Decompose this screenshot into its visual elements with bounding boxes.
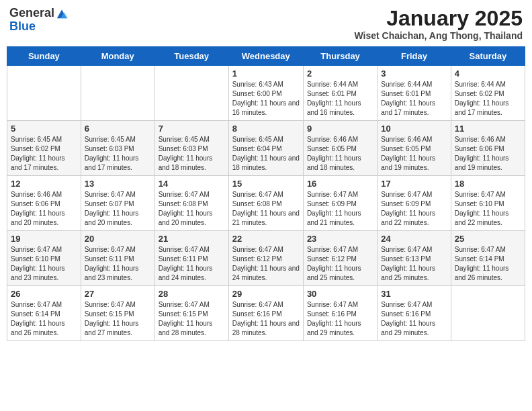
cell-details: Sunrise: 6:47 AMSunset: 6:10 PMDaylight:… [11,245,77,283]
day-number: 11 [455,124,521,134]
cell-details: Sunrise: 6:45 AMSunset: 6:03 PMDaylight:… [159,135,225,173]
calendar-cell: 3Sunrise: 6:44 AMSunset: 6:01 PMDaylight… [378,66,451,121]
cell-details: Sunrise: 6:47 AMSunset: 6:07 PMDaylight:… [85,190,151,228]
day-number: 1 [232,68,300,79]
page-header: General Blue January 2025 Wiset Chaichan… [7,7,525,41]
calendar-cell: 22Sunrise: 6:47 AMSunset: 6:12 PMDayligh… [228,231,303,286]
calendar-cell: 31Sunrise: 6:47 AMSunset: 6:16 PMDayligh… [378,286,451,341]
day-number: 6 [85,124,151,134]
day-number: 14 [159,179,225,189]
day-number: 4 [455,68,521,79]
calendar-cell: 21Sunrise: 6:47 AMSunset: 6:11 PMDayligh… [154,231,228,286]
calendar-cell: 10Sunrise: 6:46 AMSunset: 6:05 PMDayligh… [378,121,451,176]
day-number: 12 [11,179,77,189]
cell-details: Sunrise: 6:47 AMSunset: 6:14 PMDaylight:… [11,300,77,338]
cell-details: Sunrise: 6:47 AMSunset: 6:11 PMDaylight:… [85,245,151,283]
day-header: Friday [378,47,451,66]
calendar-cell: 30Sunrise: 6:47 AMSunset: 6:16 PMDayligh… [303,286,377,341]
day-number: 23 [307,234,373,244]
cell-details: Sunrise: 6:47 AMSunset: 6:13 PMDaylight:… [381,245,447,283]
day-header: Saturday [451,47,525,66]
calendar-cell: 13Sunrise: 6:47 AMSunset: 6:07 PMDayligh… [81,176,154,231]
calendar-cell [154,66,228,121]
calendar-cell: 18Sunrise: 6:47 AMSunset: 6:10 PMDayligh… [451,176,525,231]
cell-details: Sunrise: 6:44 AMSunset: 6:02 PMDaylight:… [455,80,521,118]
cell-details: Sunrise: 6:47 AMSunset: 6:15 PMDaylight:… [159,300,225,338]
calendar-week-row: 12Sunrise: 6:46 AMSunset: 6:06 PMDayligh… [7,176,525,231]
day-number: 5 [11,124,77,134]
calendar-cell: 16Sunrise: 6:47 AMSunset: 6:09 PMDayligh… [303,176,377,231]
day-number: 21 [159,234,225,244]
day-number: 16 [307,179,373,189]
logo-blue: Blue [9,19,36,33]
day-number: 8 [232,124,300,134]
cell-details: Sunrise: 6:47 AMSunset: 6:12 PMDaylight:… [307,245,373,283]
day-header: Wednesday [228,47,303,66]
day-header: Sunday [7,47,81,66]
day-number: 20 [85,234,151,244]
cell-details: Sunrise: 6:43 AMSunset: 6:00 PMDaylight:… [232,80,300,118]
day-number: 17 [381,179,447,189]
day-number: 28 [159,289,225,299]
day-number: 29 [232,289,300,299]
calendar-week-row: 26Sunrise: 6:47 AMSunset: 6:14 PMDayligh… [7,286,525,341]
cell-details: Sunrise: 6:47 AMSunset: 6:10 PMDaylight:… [455,190,521,228]
logo: General Blue [9,7,68,34]
day-number: 7 [159,124,225,134]
day-number: 15 [232,179,300,189]
calendar-cell: 4Sunrise: 6:44 AMSunset: 6:02 PMDaylight… [451,66,525,121]
calendar-cell: 8Sunrise: 6:45 AMSunset: 6:04 PMDaylight… [228,121,303,176]
cell-details: Sunrise: 6:47 AMSunset: 6:15 PMDaylight:… [85,300,151,338]
cell-details: Sunrise: 6:44 AMSunset: 6:01 PMDaylight:… [307,80,373,118]
calendar-cell: 20Sunrise: 6:47 AMSunset: 6:11 PMDayligh… [81,231,154,286]
calendar-cell [81,66,154,121]
day-number: 2 [307,68,373,79]
calendar-cell: 25Sunrise: 6:47 AMSunset: 6:14 PMDayligh… [451,231,525,286]
day-number: 3 [381,68,447,79]
calendar-cell: 15Sunrise: 6:47 AMSunset: 6:08 PMDayligh… [228,176,303,231]
cell-details: Sunrise: 6:47 AMSunset: 6:14 PMDaylight:… [455,245,521,283]
calendar-cell: 28Sunrise: 6:47 AMSunset: 6:15 PMDayligh… [154,286,228,341]
cell-details: Sunrise: 6:47 AMSunset: 6:09 PMDaylight:… [307,190,373,228]
day-number: 26 [11,289,77,299]
logo-general: General [9,7,54,20]
cell-details: Sunrise: 6:47 AMSunset: 6:08 PMDaylight:… [159,190,225,228]
calendar-cell: 14Sunrise: 6:47 AMSunset: 6:08 PMDayligh… [154,176,228,231]
cell-details: Sunrise: 6:45 AMSunset: 6:04 PMDaylight:… [232,135,300,173]
cell-details: Sunrise: 6:47 AMSunset: 6:11 PMDaylight:… [159,245,225,283]
logo-icon [56,7,68,19]
day-number: 27 [85,289,151,299]
calendar-cell: 11Sunrise: 6:46 AMSunset: 6:06 PMDayligh… [451,121,525,176]
calendar-cell: 27Sunrise: 6:47 AMSunset: 6:15 PMDayligh… [81,286,154,341]
calendar-cell: 1Sunrise: 6:43 AMSunset: 6:00 PMDaylight… [228,66,303,121]
calendar-cell: 2Sunrise: 6:44 AMSunset: 6:01 PMDaylight… [303,66,377,121]
day-number: 25 [455,234,521,244]
calendar-header-row: SundayMondayTuesdayWednesdayThursdayFrid… [7,47,525,66]
title-block: January 2025 Wiset Chaichan, Ang Thong, … [354,7,523,41]
cell-details: Sunrise: 6:46 AMSunset: 6:06 PMDaylight:… [455,135,521,173]
day-number: 10 [381,124,447,134]
cell-details: Sunrise: 6:46 AMSunset: 6:05 PMDaylight:… [381,135,447,173]
calendar-week-row: 5Sunrise: 6:45 AMSunset: 6:02 PMDaylight… [7,121,525,176]
day-header: Tuesday [154,47,228,66]
calendar-cell: 9Sunrise: 6:46 AMSunset: 6:05 PMDaylight… [303,121,377,176]
day-header: Thursday [303,47,377,66]
day-number: 30 [307,289,373,299]
day-number: 31 [381,289,447,299]
day-header: Monday [81,47,154,66]
calendar-cell [451,286,525,341]
calendar-cell: 29Sunrise: 6:47 AMSunset: 6:16 PMDayligh… [228,286,303,341]
cell-details: Sunrise: 6:47 AMSunset: 6:16 PMDaylight:… [232,300,300,338]
calendar-week-row: 1Sunrise: 6:43 AMSunset: 6:00 PMDaylight… [7,66,525,121]
cell-details: Sunrise: 6:47 AMSunset: 6:12 PMDaylight:… [232,245,300,283]
month-title: January 2025 [354,7,523,30]
cell-details: Sunrise: 6:46 AMSunset: 6:05 PMDaylight:… [307,135,373,173]
calendar-cell: 6Sunrise: 6:45 AMSunset: 6:03 PMDaylight… [81,121,154,176]
calendar-cell: 5Sunrise: 6:45 AMSunset: 6:02 PMDaylight… [7,121,81,176]
cell-details: Sunrise: 6:45 AMSunset: 6:03 PMDaylight:… [85,135,151,173]
day-number: 22 [232,234,300,244]
calendar-cell: 12Sunrise: 6:46 AMSunset: 6:06 PMDayligh… [7,176,81,231]
calendar-week-row: 19Sunrise: 6:47 AMSunset: 6:10 PMDayligh… [7,231,525,286]
calendar-cell: 19Sunrise: 6:47 AMSunset: 6:10 PMDayligh… [7,231,81,286]
calendar-cell: 26Sunrise: 6:47 AMSunset: 6:14 PMDayligh… [7,286,81,341]
